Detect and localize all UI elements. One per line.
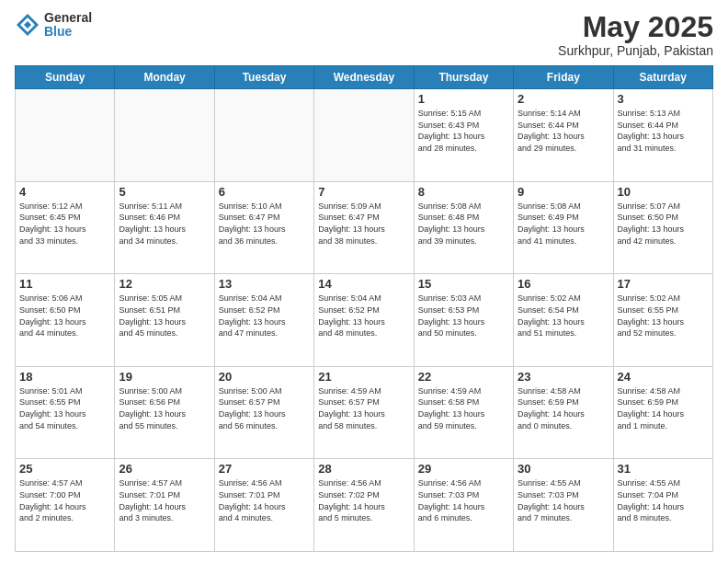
day-number: 11	[19, 277, 110, 291]
table-row: 4Sunrise: 5:12 AM Sunset: 6:45 PM Daylig…	[16, 181, 115, 274]
table-row: 25Sunrise: 4:57 AM Sunset: 7:00 PM Dayli…	[16, 459, 115, 552]
calendar-week-0: 1Sunrise: 5:15 AM Sunset: 6:43 PM Daylig…	[16, 89, 713, 182]
day-number: 17	[618, 277, 709, 291]
table-row: 28Sunrise: 4:56 AM Sunset: 7:02 PM Dayli…	[314, 459, 414, 552]
calendar-table: Sunday Monday Tuesday Wednesday Thursday…	[15, 65, 713, 552]
table-row: 31Sunrise: 4:55 AM Sunset: 7:04 PM Dayli…	[613, 459, 712, 552]
day-info: Sunrise: 5:02 AM Sunset: 6:54 PM Dayligh…	[518, 293, 609, 339]
calendar-week-2: 11Sunrise: 5:06 AM Sunset: 6:50 PM Dayli…	[16, 274, 713, 367]
day-number: 30	[518, 462, 609, 476]
title-block: May 2025 Surkhpur, Punjab, Pakistan	[558, 11, 713, 58]
day-number: 15	[418, 277, 509, 291]
table-row: 10Sunrise: 5:07 AM Sunset: 6:50 PM Dayli…	[613, 181, 712, 274]
col-saturday: Saturday	[613, 66, 712, 89]
day-info: Sunrise: 4:59 AM Sunset: 6:58 PM Dayligh…	[418, 385, 509, 431]
day-info: Sunrise: 5:09 AM Sunset: 6:47 PM Dayligh…	[318, 201, 409, 247]
table-row: 8Sunrise: 5:08 AM Sunset: 6:48 PM Daylig…	[414, 181, 513, 274]
day-info: Sunrise: 5:06 AM Sunset: 6:50 PM Dayligh…	[19, 293, 110, 339]
day-info: Sunrise: 5:11 AM Sunset: 6:46 PM Dayligh…	[119, 201, 210, 247]
day-number: 8	[418, 185, 509, 199]
day-info: Sunrise: 5:10 AM Sunset: 6:47 PM Dayligh…	[219, 201, 310, 247]
table-row: 13Sunrise: 5:04 AM Sunset: 6:52 PM Dayli…	[214, 274, 313, 367]
day-number: 22	[418, 370, 509, 384]
day-number: 12	[119, 277, 210, 291]
table-row: 15Sunrise: 5:03 AM Sunset: 6:53 PM Dayli…	[414, 274, 513, 367]
day-number: 4	[19, 185, 110, 199]
day-number: 23	[518, 370, 609, 384]
day-number: 25	[19, 462, 110, 476]
day-number: 16	[518, 277, 609, 291]
table-row: 14Sunrise: 5:04 AM Sunset: 6:52 PM Dayli…	[314, 274, 414, 367]
location-subtitle: Surkhpur, Punjab, Pakistan	[558, 43, 713, 58]
day-number: 14	[318, 277, 409, 291]
table-row: 1Sunrise: 5:15 AM Sunset: 6:43 PM Daylig…	[414, 89, 513, 182]
table-row	[16, 89, 115, 182]
calendar-week-1: 4Sunrise: 5:12 AM Sunset: 6:45 PM Daylig…	[16, 181, 713, 274]
day-info: Sunrise: 4:58 AM Sunset: 6:59 PM Dayligh…	[618, 385, 709, 431]
day-info: Sunrise: 5:03 AM Sunset: 6:53 PM Dayligh…	[418, 293, 509, 339]
table-row: 22Sunrise: 4:59 AM Sunset: 6:58 PM Dayli…	[414, 366, 513, 459]
table-row	[314, 89, 414, 182]
table-row	[214, 89, 313, 182]
calendar-week-3: 18Sunrise: 5:01 AM Sunset: 6:55 PM Dayli…	[16, 366, 713, 459]
day-number: 18	[19, 370, 110, 384]
day-number: 3	[618, 92, 709, 106]
day-number: 6	[219, 185, 310, 199]
logo-text: General Blue	[44, 11, 92, 40]
table-row: 12Sunrise: 5:05 AM Sunset: 6:51 PM Dayli…	[115, 274, 214, 367]
day-number: 9	[518, 185, 609, 199]
day-info: Sunrise: 4:59 AM Sunset: 6:57 PM Dayligh…	[318, 385, 409, 431]
day-number: 28	[318, 462, 409, 476]
month-title: May 2025	[558, 11, 713, 43]
day-info: Sunrise: 5:01 AM Sunset: 6:55 PM Dayligh…	[19, 385, 110, 431]
col-friday: Friday	[514, 66, 613, 89]
day-info: Sunrise: 5:07 AM Sunset: 6:50 PM Dayligh…	[618, 201, 709, 247]
day-number: 26	[119, 462, 210, 476]
day-info: Sunrise: 4:56 AM Sunset: 7:03 PM Dayligh…	[418, 477, 509, 523]
day-info: Sunrise: 5:08 AM Sunset: 6:49 PM Dayligh…	[518, 201, 609, 247]
day-number: 7	[318, 185, 409, 199]
table-row: 18Sunrise: 5:01 AM Sunset: 6:55 PM Dayli…	[16, 366, 115, 459]
day-info: Sunrise: 5:04 AM Sunset: 6:52 PM Dayligh…	[318, 293, 409, 339]
day-info: Sunrise: 4:56 AM Sunset: 7:02 PM Dayligh…	[318, 477, 409, 523]
day-info: Sunrise: 4:57 AM Sunset: 7:00 PM Dayligh…	[19, 477, 110, 523]
day-number: 19	[119, 370, 210, 384]
table-row: 16Sunrise: 5:02 AM Sunset: 6:54 PM Dayli…	[514, 274, 613, 367]
day-number: 1	[418, 92, 509, 106]
col-thursday: Thursday	[414, 66, 513, 89]
day-info: Sunrise: 4:57 AM Sunset: 7:01 PM Dayligh…	[119, 477, 210, 523]
day-info: Sunrise: 4:55 AM Sunset: 7:04 PM Dayligh…	[618, 477, 709, 523]
logo: General Blue	[15, 11, 92, 40]
table-row: 11Sunrise: 5:06 AM Sunset: 6:50 PM Dayli…	[16, 274, 115, 367]
col-wednesday: Wednesday	[314, 66, 414, 89]
table-row: 6Sunrise: 5:10 AM Sunset: 6:47 PM Daylig…	[214, 181, 313, 274]
day-info: Sunrise: 5:00 AM Sunset: 6:57 PM Dayligh…	[219, 385, 310, 431]
day-number: 27	[219, 462, 310, 476]
day-info: Sunrise: 5:04 AM Sunset: 6:52 PM Dayligh…	[219, 293, 310, 339]
table-row: 20Sunrise: 5:00 AM Sunset: 6:57 PM Dayli…	[214, 366, 313, 459]
day-number: 24	[618, 370, 709, 384]
day-number: 20	[219, 370, 310, 384]
table-row: 2Sunrise: 5:14 AM Sunset: 6:44 PM Daylig…	[514, 89, 613, 182]
logo-general-text: General	[44, 11, 92, 25]
day-number: 10	[618, 185, 709, 199]
day-info: Sunrise: 5:08 AM Sunset: 6:48 PM Dayligh…	[418, 201, 509, 247]
day-info: Sunrise: 5:02 AM Sunset: 6:55 PM Dayligh…	[618, 293, 709, 339]
day-number: 31	[618, 462, 709, 476]
table-row: 30Sunrise: 4:55 AM Sunset: 7:03 PM Dayli…	[514, 459, 613, 552]
table-row: 24Sunrise: 4:58 AM Sunset: 6:59 PM Dayli…	[613, 366, 712, 459]
day-number: 29	[418, 462, 509, 476]
day-info: Sunrise: 5:13 AM Sunset: 6:44 PM Dayligh…	[618, 108, 709, 154]
col-monday: Monday	[115, 66, 214, 89]
col-tuesday: Tuesday	[214, 66, 313, 89]
table-row: 27Sunrise: 4:56 AM Sunset: 7:01 PM Dayli…	[214, 459, 313, 552]
day-info: Sunrise: 5:15 AM Sunset: 6:43 PM Dayligh…	[418, 108, 509, 154]
day-info: Sunrise: 5:12 AM Sunset: 6:45 PM Dayligh…	[19, 201, 110, 247]
day-info: Sunrise: 4:55 AM Sunset: 7:03 PM Dayligh…	[518, 477, 609, 523]
logo-blue-text: Blue	[44, 25, 92, 39]
logo-icon	[15, 12, 40, 38]
table-row: 3Sunrise: 5:13 AM Sunset: 6:44 PM Daylig…	[613, 89, 712, 182]
day-info: Sunrise: 5:00 AM Sunset: 6:56 PM Dayligh…	[119, 385, 210, 431]
table-row: 19Sunrise: 5:00 AM Sunset: 6:56 PM Dayli…	[115, 366, 214, 459]
table-row: 5Sunrise: 5:11 AM Sunset: 6:46 PM Daylig…	[115, 181, 214, 274]
